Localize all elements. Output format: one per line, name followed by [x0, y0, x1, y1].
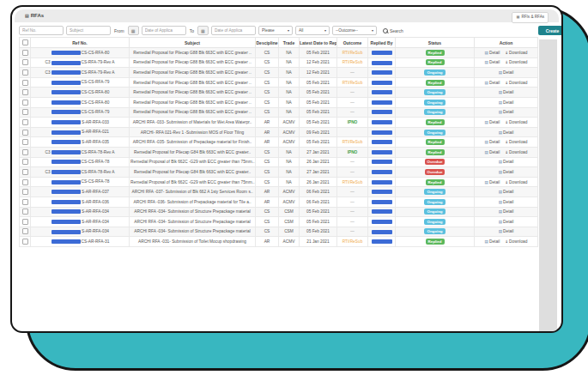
detail-button[interactable]: ▤Detail: [485, 140, 500, 144]
detail-button[interactable]: ▤Detail: [499, 190, 514, 194]
ref-no-text: CS-RFA-79-Rev A: [82, 60, 115, 64]
ref-no-text: CS-CS-RFA-78: [82, 179, 110, 184]
search-button[interactable]: Search: [383, 28, 403, 33]
discipline-text: AR: [264, 140, 270, 144]
detail-button[interactable]: ▤Detail: [485, 239, 500, 244]
select-all-checkbox[interactable]: [22, 39, 28, 45]
select-all[interactable]: All ▾: [295, 26, 330, 35]
detail-button[interactable]: ▤Detail: [499, 90, 514, 94]
trade-text: ACMV: [283, 140, 295, 144]
detail-button[interactable]: ▤Detail: [485, 60, 500, 64]
date-from-input[interactable]: [142, 26, 186, 35]
row-checkbox[interactable]: [22, 80, 28, 86]
download-button[interactable]: ⇓Download: [505, 51, 527, 55]
detail-button[interactable]: ▤Detail: [499, 209, 514, 214]
download-button[interactable]: ⇓Download: [505, 239, 527, 244]
detail-button[interactable]: ▤Detail: [499, 170, 514, 174]
create-button[interactable]: Create: [538, 26, 563, 35]
row-checkbox[interactable]: [22, 219, 28, 225]
table-row: S-AR-RFA-034ARCHI RFA -034- Submission o…: [20, 227, 538, 237]
select-outcome[interactable]: --Outcome-- ▾: [332, 26, 377, 35]
discipline-text: CS: [264, 160, 270, 164]
subject-text: Remedial Proposal of Blk 662C -G29 with …: [130, 160, 255, 164]
header-outcome: Outcome: [337, 38, 368, 48]
row-checkbox[interactable]: [22, 209, 28, 215]
row-checkbox[interactable]: [22, 149, 28, 155]
select-please[interactable]: Please ▾: [258, 26, 293, 35]
redacted-replied-by: [372, 110, 392, 114]
table-row: CS-CS-RFA-79Remedial Proposal for Pileca…: [20, 77, 538, 88]
detail-icon: ▤: [499, 220, 502, 224]
row-checkbox[interactable]: [22, 109, 28, 115]
redacted-ref-id: [52, 81, 81, 85]
ref-no-input[interactable]: [19, 26, 64, 35]
detail-button[interactable]: ▤Detail: [499, 160, 514, 164]
row-checkbox[interactable]: [22, 189, 28, 195]
row-checkbox[interactable]: [22, 100, 28, 106]
row-checkbox[interactable]: [22, 239, 28, 245]
download-button[interactable]: ⇓Download: [505, 140, 527, 144]
detail-button[interactable]: ▤Detail: [485, 51, 500, 55]
download-button[interactable]: ⇓Download: [505, 120, 527, 124]
download-icon: ⇓: [505, 140, 508, 144]
detail-button[interactable]: ▤Detail: [485, 81, 500, 85]
detail-button[interactable]: ▤Detail: [485, 150, 500, 154]
redacted-replied-by: [372, 51, 392, 55]
download-button[interactable]: ⇓Download: [505, 81, 527, 85]
redacted-ref-id: [52, 70, 81, 75]
status-badge: Ongoing: [424, 89, 445, 95]
row-checkbox[interactable]: [22, 179, 28, 185]
discipline-text: AR: [264, 120, 270, 124]
row-checkbox[interactable]: [22, 59, 28, 65]
detail-button[interactable]: ▤Detail: [499, 220, 514, 224]
detail-button[interactable]: ▤Detail: [499, 70, 514, 75]
download-icon: ⇓: [505, 60, 508, 64]
download-button[interactable]: ⇓Download: [505, 180, 527, 184]
row-checkbox[interactable]: [22, 89, 28, 95]
row-checkbox[interactable]: [22, 169, 28, 175]
table-row: S-AR-RFA-033ARCHI RFA -033- Submission o…: [20, 118, 538, 128]
detail-button[interactable]: ▤Detail: [485, 120, 500, 124]
ref-no-text: CS-CS-RFA-80: [82, 100, 110, 105]
status-badge: Ongoing: [424, 70, 445, 76]
download-icon: ⇓: [505, 150, 508, 154]
detail-button[interactable]: ▤Detail: [499, 130, 514, 135]
row-checkbox[interactable]: [22, 139, 28, 145]
status-badge: Replied: [426, 179, 445, 185]
row-checkbox[interactable]: [22, 199, 28, 205]
date-to-input[interactable]: [211, 26, 256, 35]
calendar-from-button[interactable]: ▦: [128, 26, 139, 35]
row-checkbox[interactable]: [22, 228, 28, 234]
status-badge: Ongoing: [424, 130, 445, 136]
redacted-ref-id: [52, 200, 81, 204]
module-tab-rfis-rfas[interactable]: ▦RFIs & RFAs: [512, 12, 549, 23]
row-checkbox[interactable]: [22, 50, 28, 56]
detail-button[interactable]: ▤Detail: [499, 200, 514, 204]
ref-no-text: S-AR-RFA-021: [82, 130, 109, 134]
trade-text: CSM: [284, 220, 294, 224]
trade-text: NA: [286, 170, 292, 174]
row-checkbox[interactable]: [22, 130, 28, 136]
detail-button[interactable]: ▤Detail: [499, 229, 514, 233]
row-checkbox[interactable]: [22, 159, 28, 165]
redacted-ref-id: [52, 160, 81, 164]
redacted-replied-by: [372, 230, 392, 234]
calendar-to-button[interactable]: ▦: [197, 26, 209, 35]
redacted-ref-id: [52, 150, 81, 154]
redacted-replied-by: [372, 120, 392, 124]
status-badge: Overdue: [425, 159, 446, 165]
detail-button[interactable]: ▤Detail: [499, 100, 514, 105]
row-checkbox[interactable]: [22, 70, 28, 76]
latest-date-text: 27 Jan 2021: [306, 150, 329, 154]
download-button[interactable]: ⇓Download: [505, 60, 527, 64]
download-button[interactable]: ⇓Download: [505, 150, 527, 154]
redacted-replied-by: [372, 140, 392, 144]
row-checkbox[interactable]: [22, 119, 28, 125]
module-tab-label: RFIs & RFAs: [521, 15, 544, 19]
vertical-scrollbar[interactable]: [539, 39, 557, 331]
detail-button[interactable]: ▤Detail: [499, 110, 514, 114]
subject-input[interactable]: [66, 26, 111, 35]
trade-text: ACMV: [283, 190, 295, 194]
discipline-text: AR: [264, 190, 270, 194]
detail-button[interactable]: ▤Detail: [485, 180, 500, 184]
